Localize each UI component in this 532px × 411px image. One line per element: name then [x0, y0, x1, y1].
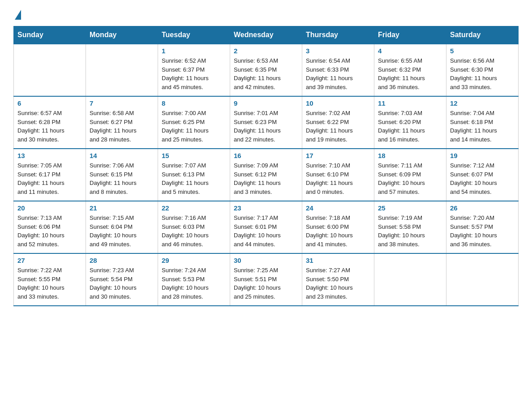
day-info: Sunrise: 7:19 AMSunset: 5:58 PMDaylight:… — [378, 214, 442, 248]
day-info: Sunrise: 6:53 AMSunset: 6:35 PMDaylight:… — [234, 56, 298, 91]
day-info: Sunrise: 6:56 AMSunset: 6:30 PMDaylight:… — [450, 56, 515, 91]
day-number: 5 — [450, 47, 515, 55]
day-info: Sunrise: 7:15 AMSunset: 6:04 PMDaylight:… — [90, 214, 154, 248]
calendar-cell — [86, 44, 158, 96]
calendar-cell: 16Sunrise: 7:09 AMSunset: 6:12 PMDayligh… — [230, 149, 302, 201]
calendar-cell: 13Sunrise: 7:05 AMSunset: 6:17 PMDayligh… — [14, 149, 86, 201]
day-number: 10 — [306, 99, 370, 107]
day-number: 11 — [378, 99, 442, 107]
day-number: 19 — [450, 152, 515, 159]
day-info: Sunrise: 7:27 AMSunset: 5:50 PMDaylight:… — [306, 266, 370, 301]
calendar-cell: 31Sunrise: 7:27 AMSunset: 5:50 PMDayligh… — [302, 253, 374, 306]
calendar-cell: 1Sunrise: 6:52 AMSunset: 6:37 PMDaylight… — [158, 44, 230, 96]
weekday-header-friday: Friday — [374, 26, 446, 44]
day-info: Sunrise: 7:18 AMSunset: 6:00 PMDaylight:… — [306, 214, 370, 248]
calendar-week-row: 13Sunrise: 7:05 AMSunset: 6:17 PMDayligh… — [14, 149, 519, 201]
calendar-cell: 19Sunrise: 7:12 AMSunset: 6:07 PMDayligh… — [446, 149, 519, 201]
day-number: 3 — [306, 47, 370, 55]
calendar-header: SundayMondayTuesdayWednesdayThursdayFrid… — [14, 26, 519, 44]
day-number: 27 — [17, 257, 82, 264]
day-info: Sunrise: 7:13 AMSunset: 6:06 PMDaylight:… — [17, 214, 82, 248]
calendar-cell: 9Sunrise: 7:01 AMSunset: 6:23 PMDaylight… — [230, 96, 302, 149]
calendar-cell: 24Sunrise: 7:18 AMSunset: 6:00 PMDayligh… — [302, 201, 374, 253]
day-number: 26 — [450, 204, 515, 212]
weekday-header-tuesday: Tuesday — [158, 26, 230, 44]
day-info: Sunrise: 7:11 AMSunset: 6:09 PMDaylight:… — [378, 161, 442, 196]
day-info: Sunrise: 7:20 AMSunset: 5:57 PMDaylight:… — [450, 214, 515, 248]
day-info: Sunrise: 7:10 AMSunset: 6:10 PMDaylight:… — [306, 161, 370, 196]
day-number: 2 — [234, 47, 298, 55]
day-info: Sunrise: 7:17 AMSunset: 6:01 PMDaylight:… — [234, 214, 298, 248]
day-number: 30 — [234, 257, 298, 264]
calendar-cell: 23Sunrise: 7:17 AMSunset: 6:01 PMDayligh… — [230, 201, 302, 253]
weekday-header-monday: Monday — [86, 26, 158, 44]
day-info: Sunrise: 7:24 AMSunset: 5:53 PMDaylight:… — [162, 266, 226, 301]
day-info: Sunrise: 7:12 AMSunset: 6:07 PMDaylight:… — [450, 161, 515, 196]
day-info: Sunrise: 7:03 AMSunset: 6:20 PMDaylight:… — [378, 109, 442, 144]
weekday-header-wednesday: Wednesday — [230, 26, 302, 44]
calendar-cell: 20Sunrise: 7:13 AMSunset: 6:06 PMDayligh… — [14, 201, 86, 253]
day-info: Sunrise: 6:55 AMSunset: 6:32 PMDaylight:… — [378, 56, 442, 91]
day-info: Sunrise: 7:01 AMSunset: 6:23 PMDaylight:… — [234, 109, 298, 144]
day-number: 7 — [90, 99, 154, 107]
day-info: Sunrise: 6:58 AMSunset: 6:27 PMDaylight:… — [90, 109, 154, 144]
day-number: 8 — [162, 99, 226, 107]
calendar-cell: 6Sunrise: 6:57 AMSunset: 6:28 PMDaylight… — [14, 96, 86, 149]
day-number: 1 — [162, 47, 226, 55]
calendar-cell: 25Sunrise: 7:19 AMSunset: 5:58 PMDayligh… — [374, 201, 446, 253]
calendar-week-row: 20Sunrise: 7:13 AMSunset: 6:06 PMDayligh… — [14, 201, 519, 253]
calendar-cell: 17Sunrise: 7:10 AMSunset: 6:10 PMDayligh… — [302, 149, 374, 201]
calendar-cell: 11Sunrise: 7:03 AMSunset: 6:20 PMDayligh… — [374, 96, 446, 149]
day-info: Sunrise: 6:57 AMSunset: 6:28 PMDaylight:… — [17, 109, 82, 144]
calendar-cell: 18Sunrise: 7:11 AMSunset: 6:09 PMDayligh… — [374, 149, 446, 201]
day-info: Sunrise: 7:25 AMSunset: 5:51 PMDaylight:… — [234, 266, 298, 301]
day-number: 16 — [234, 152, 298, 159]
weekday-header-row: SundayMondayTuesdayWednesdayThursdayFrid… — [14, 26, 519, 44]
day-info: Sunrise: 7:05 AMSunset: 6:17 PMDaylight:… — [17, 161, 82, 196]
day-info: Sunrise: 7:07 AMSunset: 6:13 PMDaylight:… — [162, 161, 226, 196]
day-info: Sunrise: 7:22 AMSunset: 5:55 PMDaylight:… — [17, 266, 82, 301]
day-number: 6 — [17, 99, 82, 107]
page-header — [13, 9, 519, 18]
logo-triangle-icon — [15, 10, 21, 20]
calendar-cell: 21Sunrise: 7:15 AMSunset: 6:04 PMDayligh… — [86, 201, 158, 253]
day-number: 29 — [162, 257, 226, 264]
day-info: Sunrise: 7:00 AMSunset: 6:25 PMDaylight:… — [162, 109, 226, 144]
day-info: Sunrise: 7:23 AMSunset: 5:54 PMDaylight:… — [90, 266, 154, 301]
calendar-cell: 7Sunrise: 6:58 AMSunset: 6:27 PMDaylight… — [86, 96, 158, 149]
day-number: 15 — [162, 152, 226, 159]
day-number: 4 — [378, 47, 442, 55]
weekday-header-saturday: Saturday — [446, 26, 519, 44]
day-number: 18 — [378, 152, 442, 159]
calendar-cell: 26Sunrise: 7:20 AMSunset: 5:57 PMDayligh… — [446, 201, 519, 253]
calendar-cell: 22Sunrise: 7:16 AMSunset: 6:03 PMDayligh… — [158, 201, 230, 253]
calendar-week-row: 1Sunrise: 6:52 AMSunset: 6:37 PMDaylight… — [14, 44, 519, 96]
day-number: 22 — [162, 204, 226, 212]
day-number: 20 — [17, 204, 82, 212]
day-info: Sunrise: 7:06 AMSunset: 6:15 PMDaylight:… — [90, 161, 154, 196]
day-number: 14 — [90, 152, 154, 159]
calendar-cell — [374, 253, 446, 306]
calendar-cell: 2Sunrise: 6:53 AMSunset: 6:35 PMDaylight… — [230, 44, 302, 96]
calendar-week-row: 6Sunrise: 6:57 AMSunset: 6:28 PMDaylight… — [14, 96, 519, 149]
calendar-cell — [14, 44, 86, 96]
calendar-cell: 8Sunrise: 7:00 AMSunset: 6:25 PMDaylight… — [158, 96, 230, 149]
logo — [13, 9, 28, 18]
day-number: 9 — [234, 99, 298, 107]
calendar-cell: 10Sunrise: 7:02 AMSunset: 6:22 PMDayligh… — [302, 96, 374, 149]
day-number: 21 — [90, 204, 154, 212]
calendar-cell: 27Sunrise: 7:22 AMSunset: 5:55 PMDayligh… — [14, 253, 86, 306]
day-number: 12 — [450, 99, 515, 107]
day-info: Sunrise: 6:52 AMSunset: 6:37 PMDaylight:… — [162, 56, 226, 91]
day-info: Sunrise: 7:02 AMSunset: 6:22 PMDaylight:… — [306, 109, 370, 144]
calendar-cell — [446, 253, 519, 306]
day-number: 24 — [306, 204, 370, 212]
calendar-cell: 28Sunrise: 7:23 AMSunset: 5:54 PMDayligh… — [86, 253, 158, 306]
calendar-cell: 5Sunrise: 6:56 AMSunset: 6:30 PMDaylight… — [446, 44, 519, 96]
day-number: 31 — [306, 257, 370, 264]
calendar-cell: 15Sunrise: 7:07 AMSunset: 6:13 PMDayligh… — [158, 149, 230, 201]
weekday-header-thursday: Thursday — [302, 26, 374, 44]
day-info: Sunrise: 7:16 AMSunset: 6:03 PMDaylight:… — [162, 214, 226, 248]
day-number: 17 — [306, 152, 370, 159]
calendar-body: 1Sunrise: 6:52 AMSunset: 6:37 PMDaylight… — [14, 44, 519, 306]
